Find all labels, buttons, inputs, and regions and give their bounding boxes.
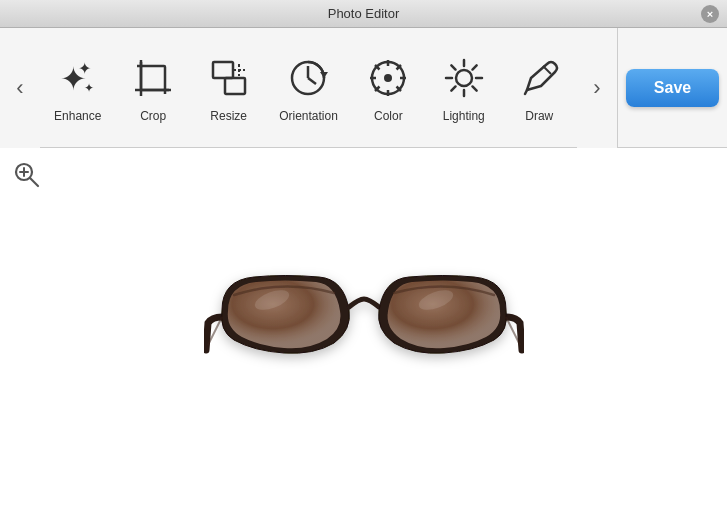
tool-crop[interactable]: Crop [116, 45, 190, 131]
draw-icon [514, 53, 564, 103]
svg-line-30 [472, 86, 476, 90]
svg-rect-6 [213, 62, 233, 78]
color-label: Color [374, 109, 403, 123]
svg-point-15 [384, 74, 392, 82]
tool-draw[interactable]: Draw [502, 45, 576, 131]
resize-icon [204, 53, 254, 103]
lighting-icon [439, 53, 489, 103]
tool-resize[interactable]: Resize [192, 45, 266, 131]
prev-arrow-button[interactable]: ‹ [0, 28, 40, 148]
save-area: Save [617, 28, 727, 148]
svg-line-34 [543, 66, 551, 74]
close-button[interactable]: × [701, 5, 719, 23]
svg-line-13 [308, 78, 316, 84]
svg-line-36 [30, 178, 38, 186]
enhance-label: Enhance [54, 109, 101, 123]
tool-lighting[interactable]: Lighting [427, 45, 501, 131]
svg-rect-3 [141, 66, 165, 90]
tool-enhance[interactable]: ✦ ✦ ✦ Enhance [41, 45, 115, 131]
svg-line-33 [525, 90, 527, 94]
svg-line-32 [451, 86, 455, 90]
svg-text:✦: ✦ [84, 81, 94, 95]
save-button[interactable]: Save [626, 69, 719, 107]
draw-label: Draw [525, 109, 553, 123]
crop-label: Crop [140, 109, 166, 123]
next-arrow-button[interactable]: › [577, 28, 617, 148]
crop-icon [128, 53, 178, 103]
svg-line-31 [472, 65, 476, 69]
resize-label: Resize [210, 109, 247, 123]
title-bar: Photo Editor × [0, 0, 727, 28]
tool-color[interactable]: Color [351, 45, 425, 131]
lighting-label: Lighting [443, 109, 485, 123]
canvas-area [0, 148, 727, 522]
svg-point-24 [456, 70, 472, 86]
svg-rect-7 [225, 78, 245, 94]
tool-orientation[interactable]: Orientation [267, 45, 350, 131]
svg-line-29 [451, 65, 455, 69]
orientation-label: Orientation [279, 109, 338, 123]
tools-container: ✦ ✦ ✦ Enhance Crop [40, 28, 577, 147]
color-icon [363, 53, 413, 103]
svg-marker-11 [320, 72, 328, 78]
sunglasses-image [204, 255, 524, 415]
orientation-icon [283, 53, 333, 103]
toolbar: ‹ ✦ ✦ ✦ Enhance [0, 28, 727, 148]
svg-text:✦: ✦ [78, 60, 91, 77]
zoom-icon[interactable] [12, 160, 42, 190]
title-text: Photo Editor [328, 6, 400, 21]
enhance-icon: ✦ ✦ ✦ [53, 53, 103, 103]
